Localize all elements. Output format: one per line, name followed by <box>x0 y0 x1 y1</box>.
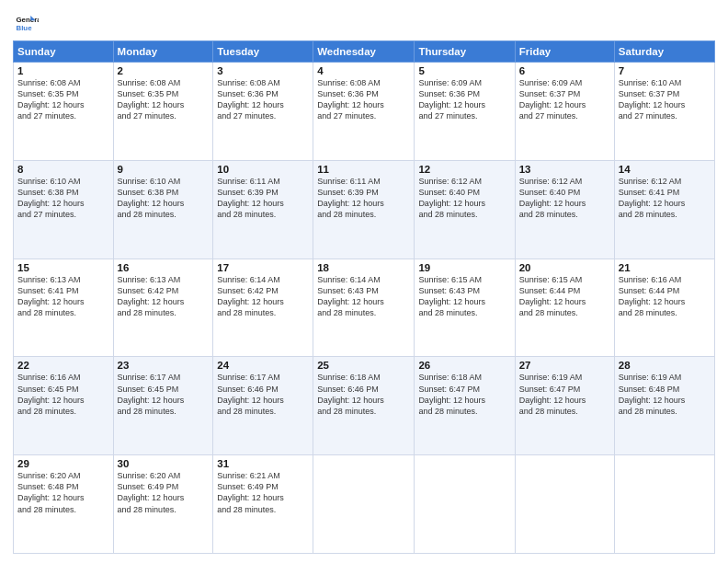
day-info: Sunrise: 6:09 AM Sunset: 6:37 PM Dayligh… <box>519 77 610 122</box>
calendar-cell: 7Sunrise: 6:10 AM Sunset: 6:37 PM Daylig… <box>614 63 714 161</box>
day-number: 16 <box>118 262 210 273</box>
day-info: Sunrise: 6:14 AM Sunset: 6:42 PM Dayligh… <box>217 274 309 319</box>
day-info: Sunrise: 6:16 AM Sunset: 6:44 PM Dayligh… <box>619 274 711 319</box>
calendar-cell: 23Sunrise: 6:17 AM Sunset: 6:45 PM Dayli… <box>113 357 213 455</box>
svg-text:General: General <box>17 16 40 24</box>
day-number: 18 <box>317 262 410 273</box>
day-info: Sunrise: 6:08 AM Sunset: 6:35 PM Dayligh… <box>118 77 210 122</box>
day-number: 3 <box>217 65 309 76</box>
calendar-cell <box>415 455 515 554</box>
day-number: 10 <box>217 164 309 175</box>
day-number: 31 <box>217 458 309 469</box>
calendar-cell: 2Sunrise: 6:08 AM Sunset: 6:35 PM Daylig… <box>113 63 213 161</box>
day-info: Sunrise: 6:18 AM Sunset: 6:47 PM Dayligh… <box>418 372 510 417</box>
calendar-cell <box>614 455 714 554</box>
calendar-cell: 8Sunrise: 6:10 AM Sunset: 6:38 PM Daylig… <box>14 160 114 259</box>
header: General Blue <box>13 9 715 35</box>
day-info: Sunrise: 6:08 AM Sunset: 6:36 PM Dayligh… <box>317 77 410 122</box>
logo: General Blue <box>13 9 42 35</box>
day-info: Sunrise: 6:14 AM Sunset: 6:43 PM Dayligh… <box>317 274 410 319</box>
day-info: Sunrise: 6:18 AM Sunset: 6:46 PM Dayligh… <box>317 372 410 417</box>
weekday-tuesday: Tuesday <box>213 41 313 63</box>
calendar-week-1: 1Sunrise: 6:08 AM Sunset: 6:35 PM Daylig… <box>14 63 715 161</box>
day-info: Sunrise: 6:09 AM Sunset: 6:36 PM Dayligh… <box>418 77 510 122</box>
day-number: 19 <box>418 262 510 273</box>
day-number: 2 <box>118 65 210 76</box>
weekday-saturday: Saturday <box>614 41 714 63</box>
day-info: Sunrise: 6:08 AM Sunset: 6:35 PM Dayligh… <box>17 77 109 122</box>
day-number: 24 <box>217 360 309 371</box>
day-info: Sunrise: 6:21 AM Sunset: 6:49 PM Dayligh… <box>217 470 309 515</box>
calendar-cell: 13Sunrise: 6:12 AM Sunset: 6:40 PM Dayli… <box>515 160 614 259</box>
day-number: 8 <box>17 164 109 175</box>
day-info: Sunrise: 6:15 AM Sunset: 6:44 PM Dayligh… <box>519 274 610 319</box>
day-number: 23 <box>118 360 210 371</box>
calendar-cell: 20Sunrise: 6:15 AM Sunset: 6:44 PM Dayli… <box>515 259 614 357</box>
calendar-week-2: 8Sunrise: 6:10 AM Sunset: 6:38 PM Daylig… <box>14 160 715 259</box>
day-info: Sunrise: 6:19 AM Sunset: 6:47 PM Dayligh… <box>519 372 610 417</box>
calendar-cell: 9Sunrise: 6:10 AM Sunset: 6:38 PM Daylig… <box>113 160 213 259</box>
calendar-cell: 24Sunrise: 6:17 AM Sunset: 6:46 PM Dayli… <box>213 357 313 455</box>
calendar-cell: 5Sunrise: 6:09 AM Sunset: 6:36 PM Daylig… <box>415 63 515 161</box>
day-number: 21 <box>619 262 711 273</box>
day-number: 28 <box>619 360 711 371</box>
day-number: 9 <box>118 164 210 175</box>
calendar-week-4: 22Sunrise: 6:16 AM Sunset: 6:45 PM Dayli… <box>14 357 715 455</box>
calendar-cell: 19Sunrise: 6:15 AM Sunset: 6:43 PM Dayli… <box>415 259 515 357</box>
day-number: 13 <box>519 164 610 175</box>
calendar-cell: 1Sunrise: 6:08 AM Sunset: 6:35 PM Daylig… <box>14 63 114 161</box>
day-number: 27 <box>519 360 610 371</box>
day-number: 22 <box>17 360 109 371</box>
day-number: 25 <box>317 360 410 371</box>
day-number: 11 <box>317 164 410 175</box>
day-info: Sunrise: 6:11 AM Sunset: 6:39 PM Dayligh… <box>317 176 410 221</box>
day-number: 15 <box>17 262 109 273</box>
weekday-friday: Friday <box>515 41 614 63</box>
day-info: Sunrise: 6:20 AM Sunset: 6:49 PM Dayligh… <box>118 470 210 515</box>
weekday-sunday: Sunday <box>14 41 114 63</box>
day-info: Sunrise: 6:17 AM Sunset: 6:45 PM Dayligh… <box>118 372 210 417</box>
day-number: 5 <box>418 65 510 76</box>
calendar-cell: 27Sunrise: 6:19 AM Sunset: 6:47 PM Dayli… <box>515 357 614 455</box>
day-info: Sunrise: 6:13 AM Sunset: 6:42 PM Dayligh… <box>118 274 210 319</box>
day-info: Sunrise: 6:10 AM Sunset: 6:38 PM Dayligh… <box>118 176 210 221</box>
day-info: Sunrise: 6:12 AM Sunset: 6:40 PM Dayligh… <box>519 176 610 221</box>
weekday-thursday: Thursday <box>415 41 515 63</box>
logo-icon: General Blue <box>13 9 39 35</box>
day-number: 4 <box>317 65 410 76</box>
day-number: 7 <box>619 65 711 76</box>
weekday-header-row: SundayMondayTuesdayWednesdayThursdayFrid… <box>14 41 715 63</box>
day-number: 17 <box>217 262 309 273</box>
calendar-cell: 18Sunrise: 6:14 AM Sunset: 6:43 PM Dayli… <box>313 259 415 357</box>
calendar-cell <box>313 455 415 554</box>
calendar-cell <box>515 455 614 554</box>
day-info: Sunrise: 6:08 AM Sunset: 6:36 PM Dayligh… <box>217 77 309 122</box>
day-number: 14 <box>619 164 711 175</box>
day-info: Sunrise: 6:10 AM Sunset: 6:37 PM Dayligh… <box>619 77 711 122</box>
day-number: 1 <box>17 65 109 76</box>
calendar-cell: 16Sunrise: 6:13 AM Sunset: 6:42 PM Dayli… <box>113 259 213 357</box>
calendar-cell: 28Sunrise: 6:19 AM Sunset: 6:48 PM Dayli… <box>614 357 714 455</box>
calendar-cell: 15Sunrise: 6:13 AM Sunset: 6:41 PM Dayli… <box>14 259 114 357</box>
calendar-cell: 4Sunrise: 6:08 AM Sunset: 6:36 PM Daylig… <box>313 63 415 161</box>
day-info: Sunrise: 6:12 AM Sunset: 6:41 PM Dayligh… <box>619 176 711 221</box>
calendar-cell: 10Sunrise: 6:11 AM Sunset: 6:39 PM Dayli… <box>213 160 313 259</box>
calendar-cell: 3Sunrise: 6:08 AM Sunset: 6:36 PM Daylig… <box>213 63 313 161</box>
day-info: Sunrise: 6:19 AM Sunset: 6:48 PM Dayligh… <box>619 372 711 417</box>
day-number: 20 <box>519 262 610 273</box>
weekday-wednesday: Wednesday <box>313 41 415 63</box>
svg-text:Blue: Blue <box>17 24 33 32</box>
calendar-cell: 11Sunrise: 6:11 AM Sunset: 6:39 PM Dayli… <box>313 160 415 259</box>
day-info: Sunrise: 6:11 AM Sunset: 6:39 PM Dayligh… <box>217 176 309 221</box>
day-info: Sunrise: 6:13 AM Sunset: 6:41 PM Dayligh… <box>17 274 109 319</box>
day-number: 26 <box>418 360 510 371</box>
calendar-week-5: 29Sunrise: 6:20 AM Sunset: 6:48 PM Dayli… <box>14 455 715 554</box>
day-info: Sunrise: 6:12 AM Sunset: 6:40 PM Dayligh… <box>418 176 510 221</box>
day-number: 29 <box>17 458 109 469</box>
calendar-week-3: 15Sunrise: 6:13 AM Sunset: 6:41 PM Dayli… <box>14 259 715 357</box>
calendar-cell: 31Sunrise: 6:21 AM Sunset: 6:49 PM Dayli… <box>213 455 313 554</box>
calendar-cell: 6Sunrise: 6:09 AM Sunset: 6:37 PM Daylig… <box>515 63 614 161</box>
day-number: 12 <box>418 164 510 175</box>
day-info: Sunrise: 6:17 AM Sunset: 6:46 PM Dayligh… <box>217 372 309 417</box>
calendar-cell: 14Sunrise: 6:12 AM Sunset: 6:41 PM Dayli… <box>614 160 714 259</box>
